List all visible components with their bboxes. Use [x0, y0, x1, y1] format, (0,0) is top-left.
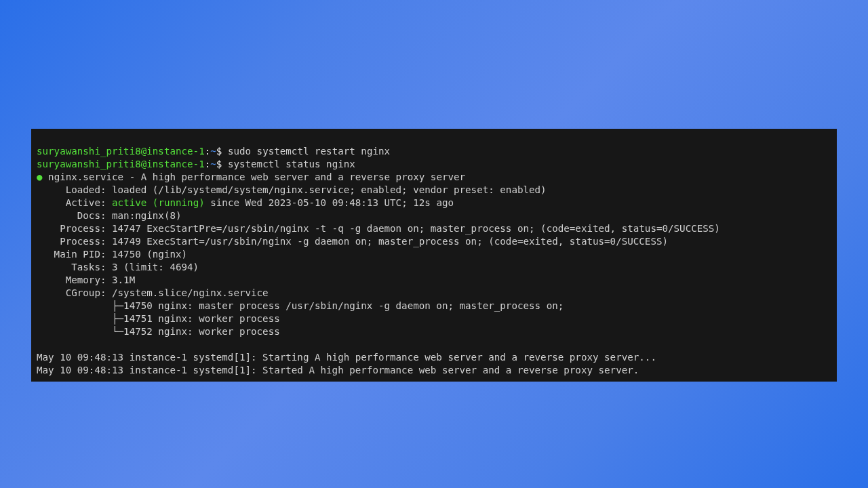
prompt-sep: :	[205, 146, 211, 157]
cgroup-tree-3: └─14752 nginx: worker process	[37, 326, 280, 337]
prompt-line-2: suryawanshi_priti8@instance-1:~$ systemc…	[37, 159, 355, 169]
prompt-userhost: suryawanshi_priti8@instance-1	[37, 159, 205, 169]
status-header-line: ● nginx.service - A high performance web…	[37, 171, 465, 182]
prompt-userhost: suryawanshi_priti8@instance-1	[37, 146, 205, 157]
blank-line	[37, 339, 43, 350]
command-2: systemctl status nginx	[228, 159, 355, 169]
terminal-window[interactable]: suryawanshi_priti8@instance-1:~$ sudo sy…	[31, 129, 837, 382]
status-active-label: Active:	[37, 197, 112, 208]
status-header: nginx.service - A high performance web s…	[43, 171, 466, 182]
journal-line-1: May 10 09:48:13 instance-1 systemd[1]: S…	[37, 352, 656, 363]
prompt-sep: :	[205, 159, 211, 169]
status-docs: Docs: man:nginx(8)	[37, 210, 182, 221]
status-mainpid: Main PID: 14750 (nginx)	[37, 249, 187, 260]
status-active-rest: since Wed 2023-05-10 09:48:13 UTC; 12s a…	[205, 197, 454, 208]
journal-line-2: May 10 09:48:13 instance-1 systemd[1]: S…	[37, 365, 639, 375]
status-tasks: Tasks: 3 (limit: 4694)	[37, 262, 199, 272]
prompt-dollar: $	[216, 159, 228, 169]
status-active-value: active (running)	[112, 197, 205, 208]
status-process-1: Process: 14747 ExecStartPre=/usr/sbin/ng…	[37, 223, 720, 234]
prompt-cwd: ~	[210, 146, 216, 157]
prompt-dollar: $	[216, 146, 228, 157]
status-active-line: Active: active (running) since Wed 2023-…	[37, 197, 454, 208]
status-memory: Memory: 3.1M	[37, 274, 135, 285]
cgroup-tree-2: ├─14751 nginx: worker process	[37, 313, 280, 324]
prompt-cwd: ~	[210, 159, 216, 169]
status-loaded: Loaded: loaded (/lib/systemd/system/ngin…	[37, 184, 547, 195]
status-dot-icon: ●	[37, 171, 43, 182]
status-process-2: Process: 14749 ExecStart=/usr/sbin/nginx…	[37, 236, 668, 247]
status-cgroup: CGroup: /system.slice/nginx.service	[37, 287, 269, 298]
prompt-line-1: suryawanshi_priti8@instance-1:~$ sudo sy…	[37, 146, 390, 157]
cgroup-tree-1: ├─14750 nginx: master process /usr/sbin/…	[37, 300, 564, 311]
command-1: sudo systemctl restart nginx	[228, 146, 390, 157]
